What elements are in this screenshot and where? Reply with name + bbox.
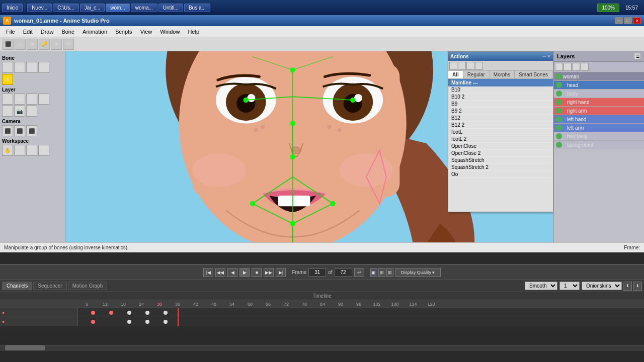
actions-tool-2[interactable]: ✕ <box>458 62 466 70</box>
stop-button[interactable]: ■ <box>252 268 262 277</box>
smooth-select[interactable]: Smooth Linear <box>525 282 557 290</box>
layers-options-btn[interactable]: ☰ <box>634 53 641 60</box>
kf-dot-1a[interactable] <box>91 311 95 315</box>
total-frames-input[interactable] <box>335 268 352 277</box>
tab-sequencer[interactable]: Sequencer <box>33 282 66 290</box>
prev-button[interactable]: ◀ <box>227 268 237 277</box>
action-item-b10[interactable]: B10 <box>448 86 553 94</box>
layers-add-btn[interactable]: ⊕ <box>555 63 563 71</box>
layer-background[interactable]: background <box>554 141 644 149</box>
viewport[interactable]: Actions ─ ✕ ⊕ ✕ ↑ ↓ All Regular Morphs S… <box>65 51 553 242</box>
actions-min-btn[interactable]: ─ <box>543 54 546 59</box>
timeline-collapse-btn[interactable]: ⬇ <box>633 282 642 291</box>
taskbar-new[interactable]: Nuev... <box>27 4 52 12</box>
cam-tool-1[interactable]: ⬛ <box>2 125 13 136</box>
action-item-b10-2[interactable]: B10 2 <box>448 94 553 101</box>
tab-channels[interactable]: Channels <box>2 282 32 290</box>
menu-edit[interactable]: Edit <box>19 28 37 36</box>
menu-bone[interactable]: Bone <box>57 28 78 36</box>
action-item-footl2[interactable]: footL 2 <box>448 136 553 143</box>
timeline-expand-btn[interactable]: ⬆ <box>623 282 632 291</box>
bone-tool-4[interactable]: ↕ <box>38 62 49 73</box>
prev-frame-button[interactable]: ◀◀ <box>215 268 225 277</box>
playhead[interactable] <box>178 308 179 326</box>
actions-tool-3[interactable]: ↑ <box>466 62 474 70</box>
action-item-openclose2[interactable]: OpenClose 2 <box>448 150 553 157</box>
layer-head[interactable]: head <box>554 81 644 89</box>
kf-dot-1e[interactable] <box>164 311 168 315</box>
kf-dot-2d[interactable] <box>164 320 168 324</box>
action-item-footl[interactable]: footL <box>448 129 553 136</box>
toolbar-icon-4[interactable]: 🔑 <box>39 39 50 50</box>
kf-dot-2a[interactable] <box>91 320 95 324</box>
cam-tool-2[interactable]: ⬛ <box>14 125 25 136</box>
play-button[interactable]: ▶ <box>239 268 250 277</box>
actions-close-btn[interactable]: ✕ <box>547 54 551 59</box>
menu-animation[interactable]: Animation <box>78 28 111 36</box>
layer-eye-rarm[interactable] <box>556 108 562 114</box>
tab-morphs[interactable]: Morphs <box>490 71 515 78</box>
onionskins-select[interactable]: Onionskins <box>582 282 622 290</box>
layer-right-arm[interactable]: right arm <box>554 107 644 115</box>
layer-tool-6[interactable]: 📷 <box>14 106 25 117</box>
layer-tool-1[interactable]: ↖ <box>2 94 13 105</box>
layer-eye-woman[interactable] <box>556 73 562 79</box>
kf-dot-1c[interactable] <box>127 311 131 315</box>
ws-tool-3[interactable]: ⟲ <box>26 145 37 156</box>
layer-eye-head[interactable] <box>556 82 562 88</box>
menu-window[interactable]: Window <box>156 28 184 36</box>
start-button[interactable]: Inicio <box>2 4 23 12</box>
close-button[interactable]: ✕ <box>633 17 641 24</box>
view-btn-1[interactable]: ▣ <box>370 268 377 277</box>
layer-left-hand[interactable]: left hand <box>554 115 644 124</box>
kf-dot-1b[interactable] <box>109 311 113 315</box>
bone-tool-2[interactable]: ✚ <box>14 62 25 73</box>
display-quality-btn[interactable]: Display Quality ▾ <box>395 268 441 277</box>
step-select[interactable]: 1 2 <box>559 282 580 290</box>
action-mainline[interactable]: Mainline --- <box>448 79 553 86</box>
tab-all[interactable]: All <box>448 71 463 78</box>
maximize-button[interactable]: □ <box>624 17 632 24</box>
menu-draw[interactable]: Draw <box>37 28 58 36</box>
ws-tool-4[interactable]: ⊞ <box>38 145 49 156</box>
taskbar-explorer[interactable]: C:\Us... <box>53 4 78 12</box>
layer-hair-back[interactable]: hair back <box>554 132 644 141</box>
go-end-button[interactable]: ▶| <box>276 268 286 277</box>
action-item-oo[interactable]: Oo <box>448 171 553 178</box>
action-item-squash2[interactable]: SquashStretch 2 <box>448 164 553 171</box>
layer-eye-larm[interactable] <box>556 125 562 131</box>
layer-tool-7[interactable]: T <box>26 106 37 117</box>
tab-motion-graph[interactable]: Motion Graph <box>68 282 108 290</box>
menu-scripts[interactable]: Scripts <box>111 28 136 36</box>
kf-track-1[interactable] <box>78 308 644 317</box>
menu-file[interactable]: File <box>2 28 19 36</box>
kf-dot-2c[interactable] <box>145 320 149 324</box>
kf-dot-1d[interactable] <box>145 311 149 315</box>
go-start-button[interactable]: |◀ <box>203 268 213 277</box>
layer-tool-5[interactable]: ⚙ <box>2 106 13 117</box>
kf-dot-2b[interactable] <box>127 320 131 324</box>
next-button[interactable]: ▶▶ <box>264 268 274 277</box>
action-item-b12-2[interactable]: B12 2 <box>448 122 553 129</box>
action-item-b9-2[interactable]: B9 2 <box>448 108 553 115</box>
tab-regular[interactable]: Regular <box>463 71 490 78</box>
action-item-squash[interactable]: SquashStretch <box>448 157 553 164</box>
toolbar-icon-6[interactable]: ⟳ <box>63 39 74 50</box>
ws-tool-1[interactable]: ✋ <box>2 145 13 156</box>
layers-down-btn[interactable]: ↓ <box>581 63 589 71</box>
ws-tool-2[interactable]: ⟳ <box>14 145 25 156</box>
actions-tool-4[interactable]: ↓ <box>475 62 483 70</box>
layers-up-btn[interactable]: ↑ <box>572 63 580 71</box>
taskbar-tab3[interactable]: wom... <box>106 4 129 12</box>
minimize-button[interactable]: ─ <box>615 17 623 24</box>
bone-tool-1[interactable]: ⟶ <box>2 62 13 73</box>
action-item-b9[interactable]: B9 <box>448 101 553 108</box>
menu-help[interactable]: Help <box>184 28 203 36</box>
layer-body[interactable]: body <box>554 89 644 98</box>
action-item-openclose[interactable]: OpenClose <box>448 143 553 150</box>
taskbar-tab5[interactable]: Untitl... <box>158 4 183 12</box>
toolbar-icon-1[interactable]: ⬛ <box>3 39 14 50</box>
cam-tool-3[interactable]: ⬛ <box>26 125 37 136</box>
tab-smartbones[interactable]: Smart Bones <box>515 71 552 78</box>
actions-tool-1[interactable]: ⊕ <box>449 62 457 70</box>
